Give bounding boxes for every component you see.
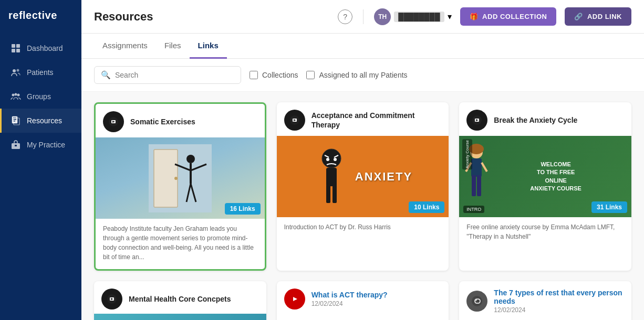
resources-icon [10, 115, 22, 126]
search-icon: 🔍 [101, 70, 111, 80]
card-act-therapy-info: What is ACT therapy? 12/02/2024 [311, 291, 388, 307]
card-anxiety-cycle-desc: Free online anxiety course by Emma McAda… [459, 217, 631, 249]
svg-point-7 [15, 93, 17, 96]
groups-icon [10, 91, 22, 102]
card-anxiety-cycle[interactable]: Break the Anxiety Cycle [459, 102, 631, 271]
card-mental-health[interactable]: Mental Health Core Concpets [94, 281, 266, 320]
help-icon: ? [343, 13, 347, 21]
avatar: TH [374, 8, 391, 25]
svg-rect-20 [154, 150, 178, 207]
card-mental-health-header: Mental Health Core Concpets [94, 281, 266, 314]
card-seven-rest-date: 12/02/2024 [494, 306, 624, 314]
svg-point-55 [472, 296, 482, 306]
patients-icon [10, 67, 22, 78]
sidebar-item-groups[interactable]: Groups [0, 84, 81, 109]
dashboard-icon [10, 42, 22, 54]
svg-point-6 [12, 94, 15, 97]
card-act-badge: 10 Links [409, 201, 444, 213]
sidebar-item-label: My Practice [27, 141, 65, 149]
user-menu[interactable]: TH ████████ ▾ [374, 8, 451, 25]
svg-point-36 [334, 158, 337, 161]
assigned-filter[interactable]: Assigned to all my Patients [306, 71, 407, 79]
svg-rect-3 [16, 49, 20, 52]
collections-filter-label: Collections [262, 71, 298, 79]
sidebar-item-my-practice[interactable]: My Practice [0, 133, 81, 157]
card-act[interactable]: Acceptance and Commitment Therapy [277, 102, 449, 271]
collections-filter[interactable]: Collections [250, 71, 298, 79]
add-collection-button[interactable]: 🎁 ADD COLLECTION [460, 7, 557, 26]
username-label: ████████ [394, 12, 444, 22]
card-somatic-desc: Peabody Institute faculty Jen Graham lea… [96, 219, 265, 269]
svg-rect-39 [333, 185, 337, 203]
card-act-desc: Introduction to ACT by Dr. Russ Harris [277, 217, 449, 239]
sidebar-logo: reflective [0, 0, 81, 31]
svg-point-32 [322, 149, 341, 168]
card-anxiety-cycle-badge: 31 Links [591, 201, 627, 213]
search-box[interactable]: 🔍 [94, 66, 241, 84]
add-link-button[interactable]: 🔗 ADD LINK [565, 7, 631, 26]
sidebar-item-label: Dashboard [27, 44, 63, 52]
sidebar-nav: Dashboard Patients [0, 36, 81, 157]
svg-line-47 [482, 163, 487, 172]
add-collection-label: ADD COLLECTION [482, 13, 547, 20]
tab-links[interactable]: Links [190, 34, 227, 59]
cards-grid: Somatic Exercises [94, 102, 631, 320]
assigned-filter-label: Assigned to all my Patients [319, 71, 407, 79]
tab-assignments[interactable]: Assignments [94, 34, 156, 59]
header-actions: ? TH ████████ ▾ 🎁 ADD COLLECTION 🔗 ADD L… [338, 7, 631, 26]
svg-point-4 [13, 69, 16, 72]
page-title: Resources [94, 10, 153, 24]
card-anxiety-cycle-icon [466, 110, 487, 131]
card-somatic[interactable]: Somatic Exercises [94, 102, 266, 271]
svg-rect-49 [477, 175, 481, 196]
content-area: Somatic Exercises [81, 92, 644, 320]
sidebar-item-label: Groups [27, 92, 51, 101]
chevron-down-icon: ▾ [448, 12, 452, 22]
card-act-header: Acceptance and Commitment Therapy [277, 102, 449, 136]
actions-bar: 🔍 Collections Assigned to all my Patient… [81, 59, 644, 92]
card-somatic-icon [103, 111, 124, 132]
card-anxiety-cycle-title: Break the Anxiety Cycle [494, 115, 577, 125]
card-seven-rest-title: The 7 types of rest that every person ne… [494, 289, 624, 305]
card-act-title: Acceptance and Commitment Therapy [311, 111, 442, 130]
card-act-therapy[interactable]: What is ACT therapy? 12/02/2024 [277, 281, 449, 320]
sidebar-item-patients[interactable]: Patients [0, 60, 81, 84]
svg-rect-15 [15, 145, 17, 146]
card-somatic-thumb: 16 Links [96, 137, 265, 219]
svg-rect-45 [471, 158, 482, 177]
svg-rect-37 [326, 168, 337, 186]
svg-rect-38 [326, 185, 330, 203]
main-content: Resources ? TH ████████ ▾ 🎁 ADD COLLECTI… [81, 0, 644, 320]
svg-point-23 [186, 155, 195, 163]
collection-icon: 🎁 [470, 13, 479, 20]
svg-rect-2 [12, 49, 15, 52]
tab-files[interactable]: Files [156, 34, 190, 59]
logo-text: reflective [8, 9, 57, 21]
search-input[interactable] [115, 71, 234, 79]
svg-rect-48 [472, 175, 476, 196]
card-seven-rest-header: The 7 types of rest that every person ne… [459, 281, 631, 318]
card-anxiety-cycle-header: Break the Anxiety Cycle [459, 102, 631, 136]
card-act-thumb: ANXIETY 10 Links [277, 136, 449, 217]
card-mental-health-thumb [94, 314, 266, 320]
card-somatic-badge: 16 Links [225, 203, 261, 215]
svg-point-5 [17, 69, 19, 72]
collections-checkbox[interactable] [250, 71, 258, 79]
card-somatic-header: Somatic Exercises [96, 104, 265, 137]
card-act-therapy-icon [284, 289, 305, 310]
add-link-label: ADD LINK [587, 13, 622, 20]
sidebar-item-dashboard[interactable]: Dashboard [0, 36, 81, 60]
svg-point-8 [17, 94, 20, 97]
assigned-checkbox[interactable] [306, 71, 315, 79]
card-seven-rest-info: The 7 types of rest that every person ne… [494, 289, 624, 314]
card-act-therapy-title: What is ACT therapy? [311, 291, 388, 299]
sidebar-item-label: Resources [27, 116, 62, 125]
card-seven-rest[interactable]: The 7 types of rest that every person ne… [459, 281, 631, 320]
svg-point-35 [326, 158, 329, 161]
sidebar-item-resources[interactable]: Resources [0, 109, 81, 133]
card-act-therapy-header: What is ACT therapy? 12/02/2024 [277, 281, 449, 314]
card-act-icon [284, 110, 305, 131]
svg-rect-1 [16, 44, 20, 48]
help-button[interactable]: ? [338, 9, 352, 24]
svg-point-22 [174, 177, 178, 180]
